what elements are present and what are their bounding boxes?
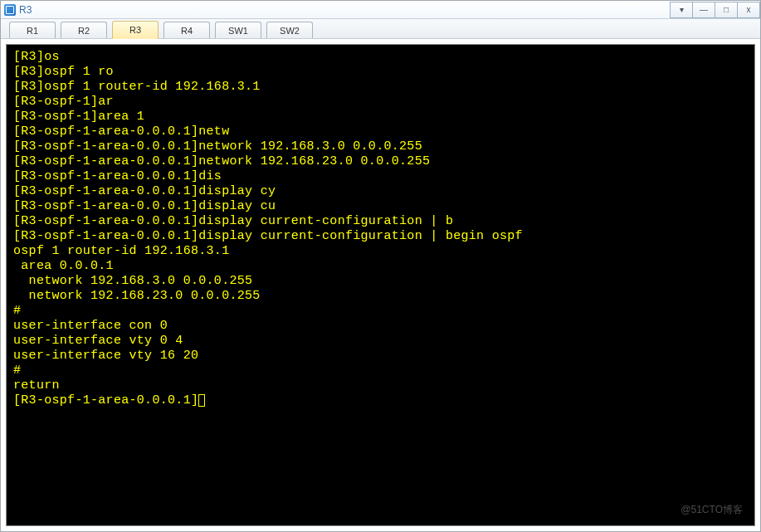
app-window: R3 ▾ — □ x R1 R2 R3 R4 SW1 SW2 [R3]os [R… (0, 0, 761, 532)
terminal-line: network 192.168.3.0 0.0.0.255 (13, 274, 748, 289)
tab-sw1[interactable]: SW1 (215, 22, 261, 38)
tab-bar: R1 R2 R3 R4 SW1 SW2 (1, 19, 760, 39)
tab-r2[interactable]: R2 (61, 22, 107, 38)
terminal-line: [R3-ospf-1]area 1 (13, 110, 748, 124)
watermark: @51CTO博客 (681, 503, 743, 517)
app-icon (4, 4, 16, 16)
title-bar: R3 ▾ — □ x (1, 1, 760, 19)
terminal-line: [R3]os (13, 50, 748, 65)
terminal-line: [R3-ospf-1-area-0.0.0.1]display current-… (13, 214, 748, 229)
tab-r4[interactable]: R4 (163, 22, 210, 38)
terminal-line: [R3-ospf-1-area-0.0.0.1]network 192.168.… (13, 154, 748, 169)
window-dropdown-button[interactable]: ▾ (670, 2, 693, 18)
tab-r3[interactable]: R3 (112, 21, 159, 39)
window-controls: ▾ — □ x (670, 2, 760, 18)
window-title: R3 (19, 4, 32, 16)
terminal-line: [R3-ospf-1-area-0.0.0.1]display cy (13, 184, 748, 199)
terminal-line: [R3-ospf-1-area-0.0.0.1]network 192.168.… (13, 139, 748, 154)
terminal-line: ospf 1 router-id 192.168.3.1 (13, 244, 748, 259)
terminal-line: # (13, 364, 748, 378)
terminal-prompt: [R3-ospf-1-area-0.0.0.1] (13, 393, 198, 408)
cursor-icon (198, 394, 205, 407)
terminal-container: [R3]os [R3]ospf 1 ro [R3]ospf 1 router-i… (1, 39, 760, 531)
terminal-line: user-interface vty 16 20 (13, 349, 748, 364)
terminal-line: return (13, 378, 748, 393)
terminal-line: [R3-ospf-1]ar (13, 95, 748, 110)
terminal-line: network 192.168.23.0 0.0.0.255 (13, 289, 748, 304)
minimize-button[interactable]: — (692, 2, 715, 18)
terminal-line: user-interface con 0 (13, 319, 748, 334)
maximize-button[interactable]: □ (715, 2, 738, 18)
tab-sw2[interactable]: SW2 (266, 22, 313, 38)
terminal-line: [R3-ospf-1-area-0.0.0.1]netw (13, 124, 748, 139)
tab-r1[interactable]: R1 (9, 22, 56, 38)
terminal-line: [R3-ospf-1-area-0.0.0.1]dis (13, 169, 748, 184)
terminal-line: [R3-ospf-1-area-0.0.0.1]display cu (13, 199, 748, 214)
terminal[interactable]: [R3]os [R3]ospf 1 ro [R3]ospf 1 router-i… (6, 44, 755, 526)
title-left: R3 (4, 4, 32, 16)
terminal-line: # (13, 304, 748, 319)
terminal-line: area 0.0.0.1 (13, 259, 748, 274)
terminal-prompt-line: [R3-ospf-1-area-0.0.0.1] (13, 393, 748, 408)
terminal-line: [R3]ospf 1 router-id 192.168.3.1 (13, 80, 748, 95)
close-button[interactable]: x (737, 2, 760, 18)
terminal-line: [R3]ospf 1 ro (13, 65, 748, 80)
terminal-line: user-interface vty 0 4 (13, 334, 748, 349)
terminal-line: [R3-ospf-1-area-0.0.0.1]display current-… (13, 229, 748, 244)
